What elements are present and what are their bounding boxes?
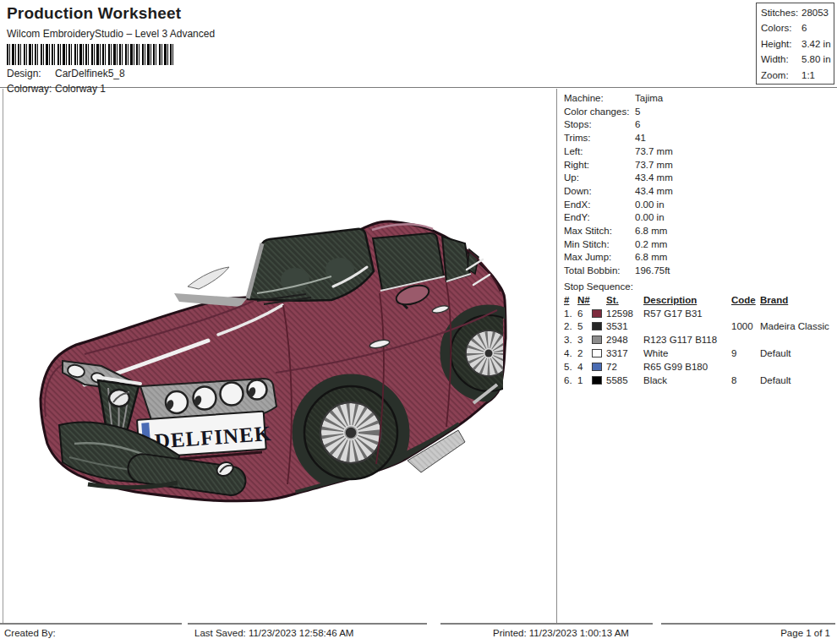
footer-created-by: Created By: bbox=[0, 623, 182, 644]
embroidery-design-car: DELFINEK bbox=[3, 89, 557, 624]
machine-row: Up:43.4 mm bbox=[564, 172, 835, 185]
stop-table-header: # N# St. Description Code Brand bbox=[564, 294, 831, 308]
stat-row: Colors:6 bbox=[761, 20, 834, 35]
machine-row: Max Stitch:6.8 mm bbox=[564, 225, 835, 238]
thread-color-swatch bbox=[592, 363, 602, 371]
stop-row: 3.3 2948R123 G117 B118 bbox=[564, 334, 831, 347]
rear-wheel bbox=[451, 315, 527, 391]
stop-row: 4.2 3317White 9Default bbox=[564, 347, 831, 361]
thread-color-swatch bbox=[592, 349, 602, 357]
stop-sequence-title: Stop Sequence: bbox=[564, 280, 835, 293]
worksheet-header: Production Worksheet Wilcom EmbroiderySt… bbox=[0, 0, 837, 88]
machine-row: Max Jump:6.8 mm bbox=[564, 251, 835, 265]
stop-row: 2.5 3531 1000Madeira Classic 40 bbox=[564, 320, 831, 334]
machine-row: Down:43.4 mm bbox=[564, 185, 835, 199]
thread-color-swatch bbox=[592, 376, 602, 385]
machine-row: Total Bobbin:196.75ft bbox=[564, 265, 835, 278]
thread-color-swatch bbox=[592, 336, 602, 344]
footer-printed: Printed: 11/23/2023 1:00:13 AM bbox=[440, 623, 653, 644]
stat-row: Stitches:28053 bbox=[761, 5, 834, 20]
design-label: Design: bbox=[7, 67, 55, 80]
machine-row: EndX:0.00 in bbox=[564, 199, 835, 212]
main-area: DELFINEK Machine:Tajima Color changes:5 … bbox=[0, 89, 837, 623]
stat-row: Zoom:1:1 bbox=[761, 68, 834, 83]
barcode-icon bbox=[7, 44, 173, 65]
design-canvas: DELFINEK bbox=[3, 89, 556, 623]
machine-info-panel: Machine:Tajima Color changes:5 Stops:6 T… bbox=[556, 89, 837, 623]
stop-row: 5.4 72R65 G99 B180 bbox=[564, 361, 831, 374]
thread-color-swatch bbox=[592, 309, 602, 318]
footer-page-number: Page 1 of 1 bbox=[661, 623, 835, 644]
thread-color-swatch bbox=[592, 322, 602, 330]
stop-row: 6.1 5585Black 8Default bbox=[564, 374, 831, 388]
machine-row: Min Stitch:0.2 mm bbox=[564, 238, 835, 252]
stop-row: 1.6 12598R57 G17 B31 bbox=[564, 308, 831, 321]
machine-row: Left:73.7 mm bbox=[564, 145, 835, 159]
stat-row: Height:3.42 in bbox=[761, 36, 834, 52]
design-row: Design:CarDelfinek5_8 bbox=[7, 67, 837, 80]
footer-last-saved: Last Saved: 11/23/2023 12:58:46 AM bbox=[188, 623, 427, 644]
stop-sequence-table: # N# St. Description Code Brand 1.6 1259… bbox=[564, 294, 831, 388]
design-value: CarDelfinek5_8 bbox=[55, 68, 125, 79]
app-subtitle: Wilcom EmbroideryStudio – Level 3 Advanc… bbox=[7, 28, 837, 40]
machine-row: Machine:Tajima bbox=[564, 92, 835, 106]
stat-row: Width:5.80 in bbox=[761, 52, 834, 67]
machine-row: Stops:6 bbox=[564, 118, 835, 132]
machine-row: Color changes:5 bbox=[564, 106, 835, 119]
design-stats-box: Stitches:28053 Colors:6 Height:3.42 in W… bbox=[756, 3, 834, 85]
machine-row: EndY:0.00 in bbox=[564, 211, 835, 225]
page-title: Production Worksheet bbox=[7, 4, 837, 23]
machine-row: Right:73.7 mm bbox=[564, 159, 835, 172]
machine-row: Trims:41 bbox=[564, 132, 835, 145]
